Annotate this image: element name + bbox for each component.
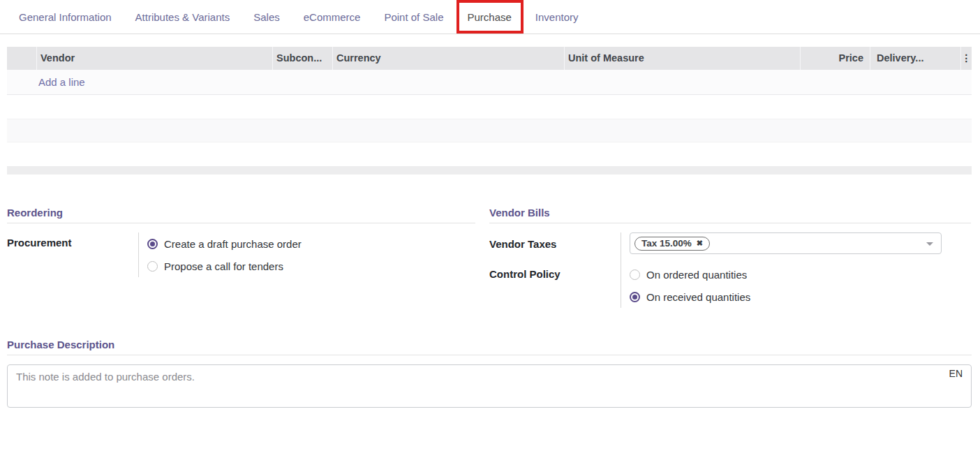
procurement-label: Procurement bbox=[7, 232, 138, 249]
vendor-bills-group: Vendor Bills Vendor Taxes Control Policy… bbox=[489, 207, 971, 308]
procurement-widget: Create a draft purchase order Propose a … bbox=[138, 232, 475, 277]
purchase-note-input[interactable]: This note is added to purchase orders. E… bbox=[7, 364, 972, 408]
vendor-pricelist-table: Vendor Subcon... Currency Unit of Measur… bbox=[7, 47, 972, 175]
table-empty-row bbox=[7, 95, 972, 119]
radio-selected-icon[interactable] bbox=[147, 239, 158, 249]
vendor-taxes-input[interactable]: Tax 15.00% ✖ bbox=[630, 232, 942, 254]
purchase-description-title: Purchase Description bbox=[7, 339, 972, 355]
table-row: Add a line bbox=[7, 70, 972, 95]
table-header-row: Vendor Subcon... Currency Unit of Measur… bbox=[7, 47, 972, 70]
kebab-vertical-icon: ⋮ bbox=[962, 52, 972, 64]
procurement-option-label: Create a draft purchase order bbox=[164, 238, 302, 250]
column-header-delivery[interactable]: Delivery... bbox=[870, 47, 960, 70]
column-header-handle bbox=[7, 47, 36, 70]
control-policy-option-label: On ordered quantities bbox=[646, 269, 747, 281]
tax-tag: Tax 15.00% ✖ bbox=[634, 237, 710, 251]
column-header-currency[interactable]: Currency bbox=[332, 47, 564, 70]
add-a-line-link[interactable]: Add a line bbox=[38, 76, 85, 88]
notebook-tab-bar: General Information Attributes & Variant… bbox=[0, 0, 980, 34]
table-empty-row bbox=[7, 142, 972, 166]
radio-selected-icon[interactable] bbox=[630, 292, 640, 302]
control-policy-option-received[interactable]: On received quantities bbox=[630, 286, 971, 308]
tab-ecommerce[interactable]: eCommerce bbox=[304, 10, 361, 24]
tab-general-information[interactable]: General Information bbox=[19, 10, 112, 24]
table-empty-row bbox=[7, 119, 972, 142]
tax-tag-label: Tax 15.00% bbox=[641, 238, 692, 249]
vendor-taxes-label: Vendor Taxes bbox=[489, 232, 621, 250]
vendor-bills-widgets: Tax 15.00% ✖ On ordered quantities On re… bbox=[621, 232, 971, 308]
control-policy-option-ordered[interactable]: On ordered quantities bbox=[630, 263, 971, 286]
tab-inventory[interactable]: Inventory bbox=[535, 10, 579, 24]
tab-sales[interactable]: Sales bbox=[253, 10, 280, 24]
reordering-group: Reordering Procurement Create a draft pu… bbox=[7, 207, 475, 308]
purchase-description-section: Purchase Description This note is added … bbox=[7, 339, 972, 408]
control-policy-option-label: On received quantities bbox=[646, 291, 750, 303]
purchase-note-text: This note is added to purchase orders. bbox=[16, 371, 195, 383]
tab-point-of-sale[interactable]: Point of Sale bbox=[384, 10, 443, 24]
vendor-bills-group-title: Vendor Bills bbox=[489, 207, 971, 223]
control-policy-label: Control Policy bbox=[489, 268, 621, 280]
tab-purchase[interactable]: Purchase bbox=[467, 10, 511, 24]
procurement-option-call-for-tenders[interactable]: Propose a call for tenders bbox=[147, 255, 475, 277]
column-header-unit-of-measure[interactable]: Unit of Measure bbox=[564, 47, 800, 70]
column-header-vendor[interactable]: Vendor bbox=[36, 47, 272, 70]
tag-remove-icon[interactable]: ✖ bbox=[697, 239, 703, 248]
column-options-button[interactable]: ⋮ bbox=[960, 47, 972, 70]
tab-attributes-variants[interactable]: Attributes & Variants bbox=[135, 10, 230, 24]
language-badge[interactable]: EN bbox=[949, 368, 963, 379]
tab-purchase-label: Purchase bbox=[467, 11, 511, 23]
column-header-price[interactable]: Price bbox=[800, 47, 870, 70]
chevron-down-icon[interactable] bbox=[926, 242, 933, 246]
column-header-subcontracted[interactable]: Subcon... bbox=[272, 47, 332, 70]
table-footer-bar bbox=[7, 166, 972, 175]
form-groups: Reordering Procurement Create a draft pu… bbox=[7, 207, 972, 308]
procurement-option-draft-po[interactable]: Create a draft purchase order bbox=[147, 232, 475, 255]
radio-unselected-icon[interactable] bbox=[630, 269, 640, 280]
reordering-group-title: Reordering bbox=[7, 207, 475, 223]
procurement-option-label: Propose a call for tenders bbox=[164, 260, 283, 272]
radio-unselected-icon[interactable] bbox=[147, 261, 158, 272]
